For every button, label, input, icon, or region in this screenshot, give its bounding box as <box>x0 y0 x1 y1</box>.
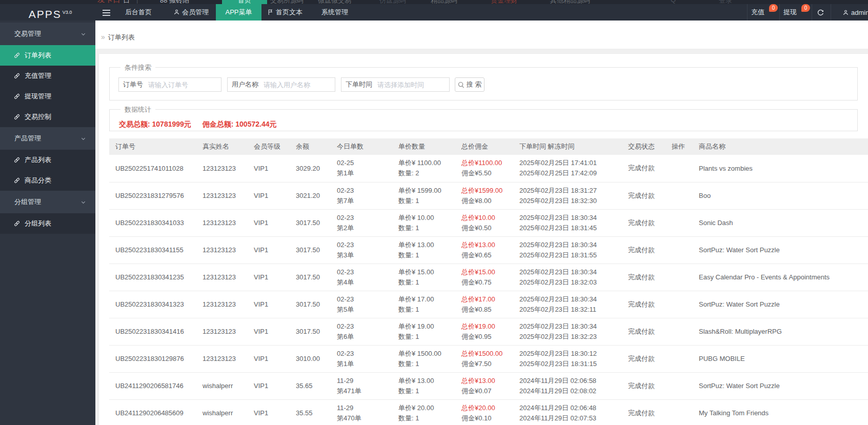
breadcrumb-icon: » <box>101 33 105 41</box>
col-header: 会员等级 <box>248 138 290 155</box>
order-no: UB2502231830341033 <box>109 209 196 236</box>
sidebar-item[interactable]: 分组列表 <box>0 213 95 234</box>
today-count: 02-25第1单 <box>331 155 392 182</box>
sidebar-section-3[interactable]: 分组管理 <box>0 191 95 213</box>
sidebar-item[interactable]: 产品列表 <box>0 150 95 170</box>
chevron-down-icon <box>80 31 86 37</box>
price-qty: 单价¥ 1100.00数量: 2 <box>392 155 455 182</box>
order-times: 2025年02月23日 18:30:122025年02月23日 18:31:15 <box>513 345 622 372</box>
actions <box>665 318 693 345</box>
real-name: wishalperr <box>196 399 248 425</box>
user-icon <box>842 9 849 16</box>
total-commission: 总价¥1100.00佣金¥5.50 <box>455 155 513 182</box>
col-header: 今日单数 <box>331 138 392 155</box>
nav-5[interactable]: 系统管理 <box>321 4 348 21</box>
order-times: 2025年02月23日 18:30:342025年02月23日 18:31:55 <box>513 236 622 264</box>
field-label: 用户名称 <box>228 80 264 89</box>
sidebar-item[interactable]: 提现管理 <box>0 86 95 107</box>
balance: 3010.00 <box>290 345 331 372</box>
price-qty: 单价¥ 13.00数量: 1 <box>392 372 455 399</box>
real-name: 123123123 <box>196 182 248 209</box>
breadcrumb-bar: »订单列表 <box>95 21 868 49</box>
col-header: 订单号 <box>109 138 196 155</box>
total-commission: 总价¥13.00佣金¥0.65 <box>455 236 513 264</box>
col-header: 单价数量 <box>392 138 455 155</box>
balance: 3017.50 <box>290 291 331 318</box>
link-icon <box>13 113 21 120</box>
strip-item: 发卡日 <box>97 0 120 4</box>
status: 完成付款 <box>622 291 665 318</box>
sidebar-item[interactable]: 充值管理 <box>0 66 95 86</box>
sidebar-section-1[interactable]: 交易管理 <box>0 23 95 45</box>
real-name: 123123123 <box>196 345 248 372</box>
table-row: UB2502231830129876123123123VIP13010.0002… <box>109 345 868 372</box>
sidebar-item[interactable]: 商品分类 <box>0 170 95 191</box>
actions <box>665 291 693 318</box>
strip-item: 交易所源码 <box>270 0 304 4</box>
actions <box>665 209 693 236</box>
col-header: 下单时间 解冻时间 <box>513 138 622 155</box>
breadcrumb: »订单列表 <box>101 25 135 49</box>
order-times: 2025年02月23日 18:30:342025年02月23日 18:32:23 <box>513 318 622 345</box>
sidebar-item[interactable]: 订单列表 <box>0 45 95 66</box>
status: 完成付款 <box>622 182 665 209</box>
table-row: UB2502231830341033123123123VIP13017.5002… <box>109 209 868 236</box>
actions <box>665 155 693 182</box>
product-name: My Talking Tom Friends <box>693 399 868 425</box>
balance: 35.65 <box>290 372 331 399</box>
chevron-down-icon <box>80 199 86 205</box>
nav-3[interactable]: APP菜单 <box>216 4 261 21</box>
top-strip: 发卡日日|88 搬砖陌首页交易所源码微盘微交易仿盘源码精品源码货金理财其他精品源… <box>0 0 868 4</box>
refresh-button[interactable] <box>812 4 831 21</box>
real-name: 123123123 <box>196 291 248 318</box>
vip-level: VIP1 <box>248 318 290 345</box>
field-input[interactable] <box>264 81 335 89</box>
vip-level: VIP1 <box>248 155 290 182</box>
table-row: UB2502231830341155123123123VIP13017.5002… <box>109 236 868 264</box>
充值[interactable]: 充值0 <box>747 4 779 21</box>
order-no: UB2502231831279576 <box>109 182 196 209</box>
order-no: UB2411290206581746 <box>109 372 196 399</box>
product-name: SortPuz: Water Sort Puzzle <box>693 291 868 318</box>
flag-icon <box>267 9 274 15</box>
nav-1[interactable]: 后台首页 <box>125 4 152 21</box>
total-commission: 总价¥10.00佣金¥0.50 <box>455 209 513 236</box>
total-commission: 总价¥13.00佣金¥0.07 <box>455 372 513 399</box>
vip-level: VIP1 <box>248 399 290 425</box>
price-qty: 单价¥ 1500.00数量: 1 <box>392 345 455 372</box>
nav-2[interactable]: 会员管理 <box>173 4 209 21</box>
order-no: UB2502231830341323 <box>109 291 196 318</box>
sidebar-section-2[interactable]: 产品管理 <box>0 127 95 150</box>
link-icon <box>13 220 21 227</box>
status: 完成付款 <box>622 209 665 236</box>
price-qty: 单价¥ 15.00数量: 1 <box>392 264 455 291</box>
total-commission: 总价¥19.00佣金¥0.95 <box>455 318 513 345</box>
sidebar-item[interactable]: 交易控制 <box>0 107 95 127</box>
today-count: 02-23第5单 <box>331 291 392 318</box>
status: 完成付款 <box>622 345 665 372</box>
order-times: 2024年11月29日 02:06:582024年11月29日 02:08:02 <box>513 372 622 399</box>
actions <box>665 236 693 264</box>
price-qty: 单价¥ 10.00数量: 1 <box>392 209 455 236</box>
order-no: UB2502231830129876 <box>109 345 196 372</box>
admin[interactable]: admin <box>831 4 868 21</box>
table-row: UB2502231830341323123123123VIP13017.5002… <box>109 291 868 318</box>
price-qty: 单价¥ 17.00数量: 1 <box>392 291 455 318</box>
table-row: UB2502231830341416123123123VIP13017.5002… <box>109 318 868 345</box>
提现[interactable]: 提现0 <box>779 4 812 21</box>
stats-commission: 佣金总额: 100572.44元 <box>203 120 277 128</box>
order-times: 2025年02月23日 18:30:342025年02月23日 18:31:45 <box>513 209 622 236</box>
field-input[interactable] <box>377 81 449 89</box>
col-header: 操作 <box>665 138 693 155</box>
actions <box>665 345 693 372</box>
strip-item: | <box>136 0 138 4</box>
strip-item: 登录 <box>719 0 732 4</box>
sidebar: 交易管理订单列表充值管理提现管理交易控制产品管理产品列表商品分类分组管理分组列表 <box>0 21 95 425</box>
order-no: UB2502231830341155 <box>109 236 196 264</box>
field-input[interactable] <box>148 81 221 89</box>
search-field-2: 用户名称 <box>227 77 335 92</box>
search-button[interactable]: 搜 索 <box>455 77 485 92</box>
menu-toggle-icon[interactable] <box>103 10 110 16</box>
stats-legend: 数据统计 <box>120 105 155 114</box>
nav-4[interactable]: 首页文本 <box>267 4 302 21</box>
